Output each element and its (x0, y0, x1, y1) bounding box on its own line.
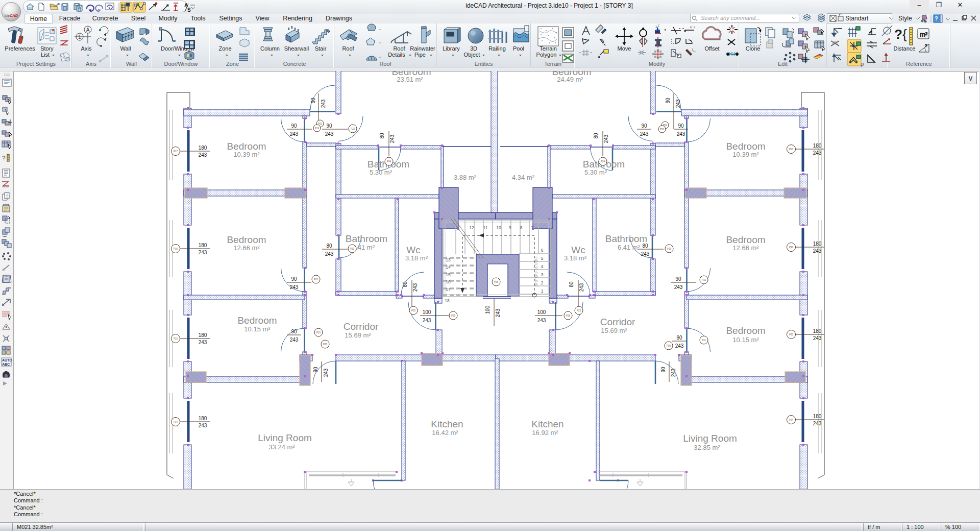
svg-text:P06: P06 (494, 281, 499, 283)
svg-text:243: 243 (290, 337, 299, 343)
svg-text:15.69 m²: 15.69 m² (345, 331, 371, 339)
svg-text:3.18 m²: 3.18 m² (564, 254, 587, 262)
svg-text:90: 90 (313, 367, 318, 373)
svg-text:80: 80 (569, 281, 574, 287)
svg-text:P34: P34 (789, 419, 794, 421)
svg-text:243: 243 (641, 251, 650, 257)
svg-text:Bathroom: Bathroom (346, 233, 387, 244)
svg-text:90: 90 (675, 276, 681, 282)
svg-text:243: 243 (323, 368, 329, 377)
svg-text:AUTO: AUTO (2, 358, 12, 362)
svg-text:P24: P24 (601, 160, 605, 163)
svg-text:S: S (187, 7, 191, 13)
svg-text:243: 243 (423, 318, 431, 323)
svg-text:P32: P32 (702, 279, 706, 281)
svg-text:Bathroom: Bathroom (605, 233, 647, 244)
svg-text:243: 243 (495, 308, 501, 317)
svg-text:10.39 m²: 10.39 m² (233, 151, 260, 158)
svg-text:80: 80 (402, 281, 408, 287)
svg-text:90: 90 (660, 367, 666, 373)
svg-text:3: 3 (541, 272, 544, 277)
svg-text:P35: P35 (789, 333, 794, 336)
svg-text:P50: P50 (660, 128, 665, 131)
svg-text:180: 180 (199, 243, 207, 248)
svg-text:P14: P14 (174, 421, 178, 423)
svg-text:Corridor: Corridor (600, 317, 635, 327)
svg-text:243: 243 (671, 368, 676, 377)
svg-text:16.42 m²: 16.42 m² (432, 429, 458, 437)
svg-text:?: ? (925, 43, 927, 48)
svg-text:90: 90 (291, 276, 297, 282)
svg-text:Living Room: Living Room (258, 432, 312, 443)
svg-text:6: 6 (541, 248, 544, 253)
svg-text:4.34 m²: 4.34 m² (512, 174, 535, 181)
svg-text:16: 16 (446, 279, 451, 284)
svg-text:1: 1 (541, 288, 544, 294)
svg-text:18 STEPS 16.7/28.0: 18 STEPS 16.7/28.0 (534, 256, 538, 287)
svg-text:18: 18 (445, 298, 450, 303)
svg-text:9: 9 (509, 225, 511, 230)
svg-text:Wc: Wc (571, 245, 585, 255)
svg-text:6.41 m²: 6.41 m² (618, 244, 641, 251)
svg-text:5.30 m²: 5.30 m² (370, 168, 393, 176)
svg-text:243: 243 (813, 150, 822, 156)
svg-text:243: 243 (813, 421, 822, 426)
svg-text:Corridor: Corridor (344, 321, 379, 332)
svg-text:243: 243 (813, 248, 822, 254)
svg-text:P26: P26 (566, 315, 571, 317)
svg-text:90: 90 (641, 123, 647, 129)
svg-text:80: 80 (593, 133, 599, 139)
svg-text:P29: P29 (667, 248, 672, 250)
svg-text:P19: P19 (315, 127, 320, 130)
svg-text:ABC: ABC (2, 363, 10, 366)
svg-text:Bedroom: Bedroom (726, 325, 765, 336)
svg-text:Wc: Wc (406, 245, 420, 255)
svg-text:P19: P19 (316, 331, 321, 334)
svg-text:?: ? (894, 27, 902, 42)
svg-text:P16: P16 (174, 248, 178, 250)
svg-text:12.66 m²: 12.66 m² (732, 244, 759, 252)
svg-text:180: 180 (813, 328, 822, 334)
svg-text:P20: P20 (314, 278, 318, 281)
svg-text:10.39 m²: 10.39 m² (732, 151, 759, 158)
svg-text:90: 90 (678, 123, 684, 129)
svg-text:243: 243 (290, 284, 299, 290)
svg-text:2: 2 (658, 24, 659, 27)
svg-text:P08: P08 (323, 343, 328, 346)
svg-text:4: 4 (541, 264, 544, 269)
svg-text:243: 243 (412, 283, 418, 292)
svg-text:A: A (86, 27, 90, 33)
svg-text:23.51 m²: 23.51 m² (397, 76, 423, 83)
svg-text:P31: P31 (702, 339, 706, 342)
svg-text:12: 12 (469, 225, 474, 230)
svg-text:5.30 m²: 5.30 m² (584, 168, 607, 176)
svg-text:13: 13 (446, 257, 451, 262)
svg-text:10.15 m²: 10.15 m² (732, 336, 759, 344)
svg-text:180: 180 (199, 332, 207, 338)
svg-text:243: 243 (579, 283, 584, 292)
svg-text:P05: P05 (411, 309, 416, 312)
svg-text:5: 5 (541, 256, 544, 261)
svg-text:15: 15 (446, 272, 451, 277)
svg-text:P04: P04 (387, 160, 391, 163)
svg-text:100: 100 (537, 309, 546, 315)
svg-text:33.24 m²: 33.24 m² (268, 443, 295, 451)
svg-text:80: 80 (379, 133, 385, 139)
svg-text:32.85 m²: 32.85 m² (694, 444, 720, 451)
svg-text:Kitchen: Kitchen (531, 419, 564, 429)
svg-text:P09: P09 (667, 345, 671, 347)
svg-text:243: 243 (675, 343, 684, 349)
svg-text:90: 90 (310, 98, 316, 104)
svg-text:P22: P22 (351, 128, 355, 130)
svg-text:17: 17 (446, 287, 451, 292)
svg-text:8: 8 (520, 225, 523, 230)
svg-text:243: 243 (640, 131, 649, 137)
svg-text:243: 243 (321, 99, 326, 108)
svg-text:P15: P15 (174, 337, 178, 340)
svg-text:P21: P21 (350, 248, 355, 250)
svg-text:Bedroom: Bedroom (227, 141, 266, 152)
svg-text:P23: P23 (577, 309, 581, 312)
svg-text:3.18 m²: 3.18 m² (405, 254, 428, 262)
svg-text:Bedroom: Bedroom (237, 315, 277, 326)
svg-text:243: 243 (199, 423, 207, 428)
